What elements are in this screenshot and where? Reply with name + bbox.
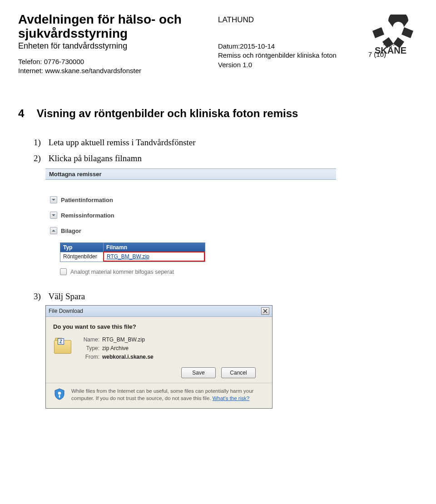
analog-checkbox-row[interactable]: Analogt material kommer bifogas seperat — [60, 268, 332, 275]
accordion-remissinfo[interactable]: Remissinformation — [50, 212, 332, 219]
section-title-text: Visning av röntgenbilder och kliniska fo… — [37, 107, 298, 119]
panel-title: Mottagna remisser — [45, 169, 336, 180]
cancel-button[interactable]: Cancel — [221, 367, 256, 378]
lathund-label: LATHUND — [218, 15, 354, 25]
step-1-num: 1) — [34, 136, 46, 149]
type-value: zip Archive — [102, 345, 154, 351]
step-3-num: 3) — [34, 292, 46, 301]
step-2: 2) Klicka på bilagans filnamn — [34, 152, 418, 165]
date: Datum:2015-10-14 — [218, 42, 354, 51]
dialog-footer-text: While files from the Internet can be use… — [71, 388, 265, 402]
type-label: Type: — [79, 345, 102, 351]
step-2-text: Klicka på bilagans filnamn — [49, 153, 142, 163]
doc-title: Remiss och röntgenbilder kliniska foton — [218, 51, 354, 60]
attachment-filename-link[interactable]: RTG_BM_BW.zip — [103, 252, 205, 262]
step-1: 1) Leta upp aktuell remiss i Tandvårdsfö… — [34, 136, 418, 149]
accordion-label: Bilagor — [61, 227, 81, 234]
dialog-title-text: File Download — [49, 308, 83, 314]
department-title-line1: Avdelningen för hälso- och — [18, 13, 209, 26]
internet: Internet: www.skane.se/tandvardsfonster — [18, 66, 209, 75]
step-1-text: Leta upp aktuell remiss i Tandvårdsfönst… — [49, 138, 196, 147]
chevron-up-icon — [50, 227, 57, 234]
step-3: 3) Välj Spara — [34, 292, 418, 301]
analog-label: Analogt material kommer bifogas seperat — [70, 269, 174, 275]
section-heading: 4 Visning av röntgenbilder och kliniska … — [18, 107, 418, 120]
attachments-table: Typ Filnamn Röntgenbilder RTG_BM_BW.zip — [60, 242, 205, 262]
table-row: Röntgenbilder RTG_BM_BW.zip — [60, 252, 205, 262]
unit-name: Enheten för tandvårdsstyrning — [18, 41, 209, 51]
from-label: From: — [79, 354, 102, 360]
accordion-label: Patientinformation — [61, 197, 113, 203]
dialog-question: Do you want to save this file? — [53, 323, 265, 330]
close-icon — [263, 309, 268, 313]
screenshot-file-download-dialog: File Download Do you want to save this f… — [45, 305, 272, 409]
document-header: Avdelningen för hälso- och sjukvårdsstyr… — [18, 13, 418, 75]
col-header-filnamn: Filnamn — [104, 243, 205, 252]
accordion-label: Remissinformation — [61, 212, 114, 219]
name-value: RTG_BM_BW.zip — [102, 336, 154, 343]
screenshot-remisser-panel: Mottagna remisser Patientinformation Rem… — [45, 168, 336, 275]
whats-the-risk-link[interactable]: What's the risk? — [213, 395, 249, 401]
department-title-line2: sjukvårdsstyrning — [18, 27, 209, 40]
chevron-down-icon — [50, 196, 57, 203]
page-number: 7 (10) — [368, 50, 386, 59]
svg-point-0 — [58, 392, 61, 395]
name-label: Name: — [79, 336, 102, 343]
section-number: 4 — [18, 107, 34, 120]
col-header-typ: Typ — [60, 243, 104, 252]
cell-typ: Röntgenbilder — [60, 252, 104, 262]
step-3-text: Välj Spara — [48, 292, 85, 301]
phone: Telefon: 0776-730000 — [18, 57, 209, 66]
zip-folder-icon: Z — [53, 336, 72, 356]
accordion-bilagor[interactable]: Bilagor — [50, 227, 332, 234]
accordion-patientinfo[interactable]: Patientinformation — [50, 196, 332, 203]
version: Version 1.0 — [218, 60, 354, 69]
shield-icon — [53, 388, 66, 400]
step-2-num: 2) — [34, 152, 46, 165]
from-value: webkoral.i.skane.se — [102, 354, 154, 360]
close-button[interactable] — [261, 307, 269, 315]
svg-rect-1 — [59, 395, 60, 398]
save-button[interactable]: Save — [181, 367, 216, 378]
zip-z-letter: Z — [58, 338, 64, 345]
dialog-titlebar: File Download — [46, 306, 272, 317]
chevron-down-icon — [50, 212, 57, 219]
checkbox-icon[interactable] — [60, 268, 67, 275]
